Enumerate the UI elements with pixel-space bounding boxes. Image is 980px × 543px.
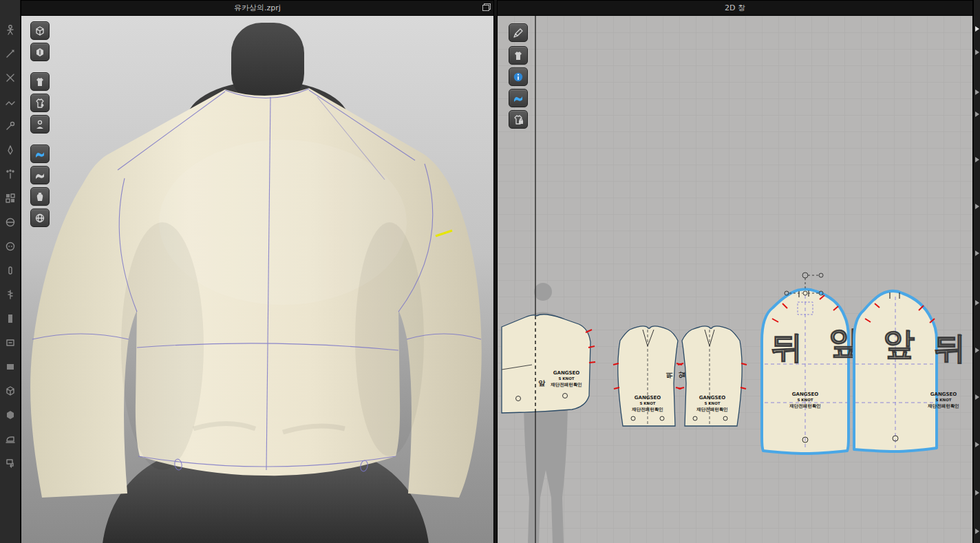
svg-text:재단전패턴확인: 재단전패턴확인: [550, 382, 582, 387]
panel-3d: 유카상의.zprj: [21, 0, 494, 543]
box-dark-icon[interactable]: [3, 409, 17, 421]
edit-pattern-button[interactable]: [509, 23, 528, 42]
main-tool-strip: [0, 0, 21, 543]
scene-3d: [21, 16, 493, 543]
button-tool-icon[interactable]: [3, 240, 17, 253]
restore-window-icon[interactable]: [482, 5, 489, 11]
piece2-label: 뒤: [665, 372, 673, 379]
dock-arrow-icon[interactable]: [975, 26, 979, 32]
lock-pattern-button[interactable]: [509, 110, 528, 129]
viewport-3d[interactable]: [21, 16, 493, 543]
svg-text:재단전패턴확인: 재단전패턴확인: [696, 407, 728, 412]
needle-tool-icon[interactable]: [3, 47, 17, 60]
svg-text:S KNOT: S KNOT: [797, 398, 813, 402]
titlebar-3d[interactable]: 유카상의.zprj: [21, 1, 493, 16]
piece4-letter-left: 뒤: [771, 328, 802, 365]
zipper-tool-icon[interactable]: [3, 288, 17, 301]
texture-tool-icon[interactable]: [3, 192, 17, 204]
show-avatar-button[interactable]: [30, 115, 50, 134]
pattern-piece-3[interactable]: 앞 GANGSEO S KNOT 재단전패턴확인: [678, 326, 747, 426]
svg-text:S KNOT: S KNOT: [558, 376, 574, 381]
panel-3d-title: 유카상의.zprj: [234, 3, 281, 13]
zipper-dark-tool-icon[interactable]: [3, 312, 17, 325]
scene-2d: 앞 GANGSEO S KNOT 재단전패턴확인 뒤: [498, 16, 972, 543]
dock-arrow-icon[interactable]: [975, 157, 979, 162]
show-garment-button[interactable]: [30, 72, 50, 91]
box-light-icon[interactable]: [3, 385, 17, 397]
dock-arrow-icon[interactable]: [975, 111, 979, 117]
pin-garment-button[interactable]: [30, 94, 50, 112]
seam-tool-icon[interactable]: [3, 72, 17, 84]
fit-view-button[interactable]: [30, 43, 50, 61]
press-tool-icon[interactable]: [3, 433, 17, 445]
svg-text:S KNOT: S KNOT: [704, 401, 720, 405]
dock-arrow-icon[interactable]: [975, 348, 979, 353]
dock-arrow-icon[interactable]: [975, 300, 979, 306]
toolbar-2d: [509, 23, 528, 137]
spray-tool-icon[interactable]: [3, 168, 17, 180]
svg-text:재단전패턴확인: 재단전패턴확인: [789, 403, 821, 409]
dock-arrow-icon[interactable]: [975, 394, 979, 400]
dock-arrow-icon[interactable]: [975, 89, 979, 95]
panel-2d-title: 2D 창: [725, 3, 745, 13]
viewport-2d[interactable]: 앞 GANGSEO S KNOT 재단전패턴확인 뒤: [498, 16, 972, 543]
piece3-label: 앞: [678, 371, 685, 379]
toolbar-3d: [30, 21, 50, 235]
piece5-letter-right: 뒤: [934, 329, 966, 366]
panel-2d: 2D 창: [497, 0, 973, 543]
grid-2d: [498, 16, 972, 543]
wireframe-globe-button[interactable]: [30, 209, 50, 227]
svg-text:S KNOT: S KNOT: [935, 398, 951, 402]
titlebar-2d[interactable]: 2D 창: [498, 1, 972, 16]
piece5-letter-left: 앞: [883, 325, 915, 362]
pin-tool-icon[interactable]: [3, 120, 17, 132]
dock-arrow-icon[interactable]: [975, 251, 979, 256]
fabric-view-button[interactable]: [30, 145, 50, 163]
pattern-piece-1[interactable]: 앞 GANGSEO S KNOT 재단전패턴확인: [502, 315, 595, 413]
dock-arrow-icon[interactable]: [975, 442, 979, 447]
buttonhole-tool-icon[interactable]: [3, 264, 17, 277]
render-style-button[interactable]: [30, 21, 50, 40]
show-garment-2d-button[interactable]: [509, 46, 528, 65]
svg-text:GANGSEO: GANGSEO: [553, 370, 580, 376]
pattern-piece-2[interactable]: 뒤 GANGSEO S KNOT 재단전패턴확인: [613, 326, 682, 426]
drawer-light-icon[interactable]: [3, 337, 17, 349]
svg-text:재단전패턴확인: 재단전패턴확인: [927, 403, 959, 409]
svg-text:GANGSEO: GANGSEO: [635, 395, 661, 401]
svg-text:GANGSEO: GANGSEO: [699, 395, 726, 401]
sphere-tool-icon[interactable]: [3, 216, 17, 228]
piece1-label: 앞: [538, 379, 546, 387]
svg-text:재단전패턴확인: 재단전패턴확인: [631, 407, 663, 412]
svg-text:GANGSEO: GANGSEO: [930, 392, 957, 397]
layers-tool-icon[interactable]: [3, 457, 17, 469]
dock-arrow-icon[interactable]: [975, 204, 979, 209]
fabric-thickness-button[interactable]: [30, 166, 50, 184]
stitch-tool-icon[interactable]: [3, 96, 17, 108]
avatar-walk-icon[interactable]: [3, 23, 17, 36]
mannequin-button[interactable]: [30, 187, 50, 206]
brush-tool-icon[interactable]: [3, 144, 17, 156]
dock-arrow-icon[interactable]: [975, 490, 979, 496]
svg-text:S KNOT: S KNOT: [639, 401, 655, 405]
info-button[interactable]: [509, 67, 528, 86]
dock-arrow-icon[interactable]: [975, 529, 979, 534]
svg-text:GANGSEO: GANGSEO: [792, 392, 819, 397]
right-dock-strip: [973, 0, 980, 543]
fabric-view-2d-button[interactable]: [509, 89, 528, 107]
dock-arrow-icon[interactable]: [975, 50, 979, 55]
drawer-dark-icon[interactable]: [3, 361, 17, 373]
